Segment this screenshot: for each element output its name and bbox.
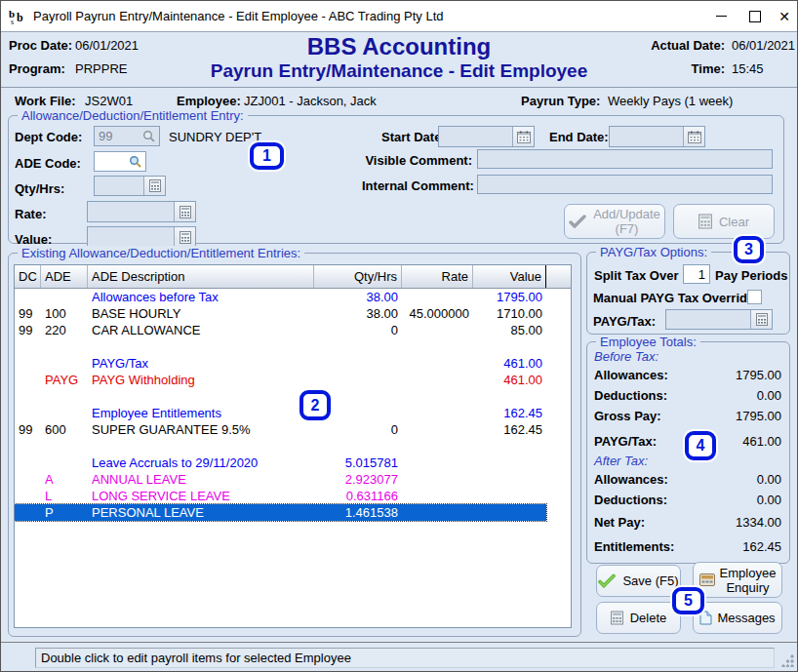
ade-code-field[interactable] bbox=[94, 151, 146, 172]
column-header-ade[interactable]: ADE bbox=[41, 265, 88, 288]
table-row[interactable]: 99600SUPER GUARANTEE 9.5%0162.45 bbox=[15, 421, 571, 438]
table-cell-dc bbox=[15, 388, 41, 405]
deductions-before-label: Deductions: bbox=[594, 388, 667, 403]
status-text: Double click to edit payroll items for s… bbox=[41, 651, 351, 665]
minimize-icon bbox=[716, 16, 727, 17]
delete-button[interactable]: Delete bbox=[596, 602, 681, 634]
table-cell-val: 1795.00 bbox=[473, 289, 546, 305]
resize-grip[interactable] bbox=[781, 654, 794, 667]
table-row[interactable]: Allowances before Tax38.001795.00 bbox=[15, 289, 571, 305]
payg-tax-total-value: 461.00 bbox=[742, 434, 781, 449]
dept-code-lookup-icon[interactable] bbox=[142, 130, 156, 143]
clear-button[interactable]: Clear bbox=[673, 204, 775, 239]
table-cell-rate bbox=[402, 488, 473, 504]
table-header[interactable]: DC ADE ADE Description Qty/Hrs Rate Valu… bbox=[15, 265, 571, 289]
rate-label: Rate: bbox=[15, 207, 47, 221]
window-title: Payroll Payrun Entry/Maintenance - Edit … bbox=[33, 9, 444, 23]
table-cell-ade: 220 bbox=[41, 322, 88, 338]
ade-code-lookup-icon[interactable] bbox=[129, 155, 142, 169]
payrun-type-label: Payrun Type: bbox=[521, 94, 600, 108]
table-cell-ade bbox=[41, 355, 88, 372]
manual-payg-override-checkbox[interactable] bbox=[747, 290, 762, 304]
table-row[interactable]: Employee Entitlements162.45 bbox=[15, 405, 571, 421]
table-row[interactable]: Leave Accruals to 29/11/20205.015781 bbox=[15, 455, 571, 471]
employee-totals-group-label: Employee Totals: bbox=[596, 335, 700, 349]
minimize-button[interactable] bbox=[706, 1, 736, 31]
add-update-button[interactable]: Add/Update(F7) bbox=[564, 204, 665, 239]
messages-button[interactable]: Messages bbox=[693, 602, 782, 634]
table-cell-ade bbox=[41, 338, 88, 355]
table-row[interactable] bbox=[15, 388, 571, 405]
rate-field[interactable] bbox=[87, 201, 196, 222]
dept-code-field[interactable]: 99 bbox=[94, 126, 160, 146]
table-row[interactable]: PAYG/Tax461.00 bbox=[15, 355, 571, 372]
net-pay-value: 1334.00 bbox=[736, 515, 781, 530]
svg-text:b: b bbox=[17, 11, 23, 24]
start-date-calendar-icon[interactable] bbox=[512, 127, 534, 146]
deductions-before-value: 0.00 bbox=[757, 388, 781, 403]
table-cell-dc bbox=[15, 455, 41, 471]
entitlements-label: Entitlements: bbox=[594, 539, 674, 554]
start-date-field[interactable] bbox=[438, 126, 535, 147]
internal-comment-label: Internal Comment: bbox=[362, 178, 472, 193]
table-cell-val bbox=[473, 471, 546, 488]
table-cell-val: 162.45 bbox=[473, 421, 546, 438]
payg-tax-field-label: PAYG/Tax: bbox=[593, 314, 656, 329]
table-row[interactable]: LLONG SERVICE LEAVE0.631166 bbox=[15, 488, 571, 504]
net-pay-label: Net Pay: bbox=[594, 515, 645, 530]
annotation-4: 4 bbox=[685, 431, 716, 460]
table-row[interactable]: AANNUAL LEAVE2.923077 bbox=[15, 471, 571, 488]
gross-pay-row: Gross Pay: 1795.00 bbox=[594, 409, 781, 423]
visible-comment-field[interactable] bbox=[477, 149, 773, 169]
value-field[interactable] bbox=[87, 226, 196, 248]
end-date-calendar-icon[interactable] bbox=[683, 127, 704, 146]
close-button[interactable]: ✕ bbox=[770, 1, 798, 31]
entry-group-label: Allowance/Deduction/Entitlement Entry: bbox=[18, 108, 248, 123]
application-window: b s b Payroll Payrun Entry/Maintenance -… bbox=[0, 0, 798, 672]
payg-tax-field[interactable] bbox=[665, 309, 773, 330]
entries-table[interactable]: DC ADE ADE Description Qty/Hrs Rate Valu… bbox=[14, 264, 572, 628]
table-row[interactable]: PAYGPAYG Withholding461.00 bbox=[15, 372, 571, 388]
table-cell-dc bbox=[15, 355, 41, 372]
table-cell-dc bbox=[15, 338, 41, 355]
save-button[interactable]: Save (F5) bbox=[596, 565, 681, 597]
annotation-1: 1 bbox=[250, 142, 284, 170]
column-header-dc[interactable]: DC bbox=[15, 265, 41, 288]
entitlements-value: 162.45 bbox=[742, 539, 781, 554]
column-header-qty[interactable]: Qty/Hrs bbox=[314, 265, 402, 288]
table-cell-rate bbox=[402, 438, 473, 455]
annotation-3: 3 bbox=[734, 236, 764, 263]
employee-enquiry-button[interactable]: Employee Enquiry bbox=[693, 562, 782, 598]
internal-comment-field[interactable] bbox=[477, 175, 773, 194]
end-date-field[interactable] bbox=[609, 126, 705, 147]
green-check-icon bbox=[598, 573, 616, 588]
value-calculator-icon[interactable] bbox=[174, 227, 195, 247]
column-header-value[interactable]: Value bbox=[473, 265, 546, 288]
table-cell-rate bbox=[402, 504, 473, 521]
column-header-rate[interactable]: Rate bbox=[402, 265, 473, 288]
table-row[interactable] bbox=[15, 338, 571, 355]
screen-title: Payrun Entry/Maintenance - Edit Employee bbox=[118, 60, 680, 82]
app-logo-icon: b s b bbox=[8, 7, 27, 26]
after-tax-label: After Tax: bbox=[594, 454, 648, 468]
title-bar[interactable]: b s b Payroll Payrun Entry/Maintenance -… bbox=[1, 1, 797, 32]
delete-button-label: Delete bbox=[630, 611, 667, 625]
qty-hrs-calculator-icon[interactable] bbox=[143, 177, 165, 195]
column-header-desc[interactable]: ADE Description bbox=[88, 265, 314, 288]
dept-code-value: 99 bbox=[95, 129, 112, 143]
table-row[interactable]: PPERSONAL LEAVE1.461538 bbox=[15, 504, 571, 521]
table-row[interactable]: 99100BASE HOURLY38.0045.0000001710.00 bbox=[15, 305, 571, 322]
end-date-label: End Date: bbox=[549, 130, 609, 144]
payg-tax-calculator-icon[interactable] bbox=[750, 310, 772, 329]
rate-calculator-icon[interactable] bbox=[174, 202, 195, 221]
table-cell-dc bbox=[15, 372, 41, 388]
table-cell-val: 162.45 bbox=[473, 405, 546, 421]
table-cell-ade: L bbox=[41, 488, 88, 504]
table-row[interactable] bbox=[15, 438, 571, 455]
table-cell-qty: 5.015781 bbox=[314, 455, 402, 471]
table-row[interactable]: 99220CAR ALLOWANCE085.00 bbox=[15, 322, 571, 338]
maximize-button[interactable] bbox=[740, 1, 770, 31]
payrun-type-value: Weekly Pays (1 week) bbox=[608, 94, 733, 108]
split-tax-input[interactable]: 1 bbox=[683, 264, 710, 284]
qty-hrs-field[interactable] bbox=[94, 176, 166, 196]
